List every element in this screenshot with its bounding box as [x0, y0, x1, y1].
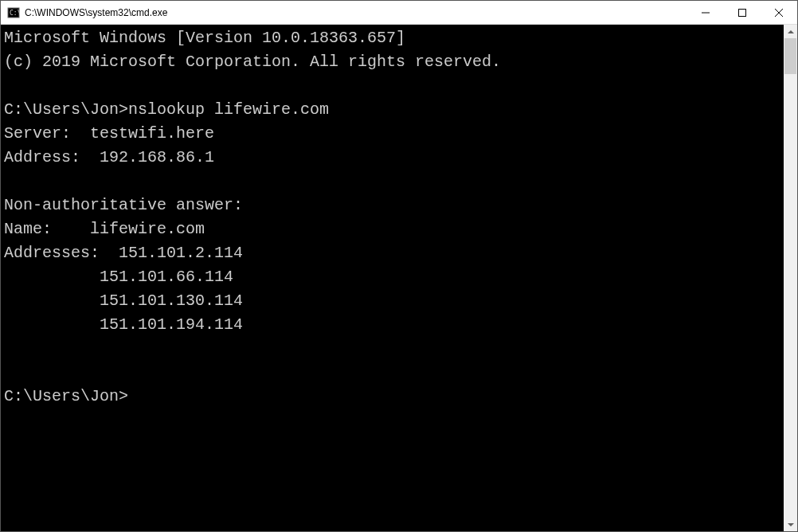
prompt-path: C:\Users\Jon> [4, 100, 128, 119]
address-indent [4, 268, 100, 286]
name-label: Name: [4, 220, 90, 238]
name-value: lifewire.com [90, 220, 205, 238]
address-entry: 151.101.66.114 [100, 268, 233, 286]
vertical-scrollbar[interactable] [784, 25, 797, 531]
server-value: testwifi.here [90, 124, 214, 143]
prompt-path: C:\Users\Jon> [4, 387, 128, 405]
address-value: 192.168.86.1 [100, 148, 214, 166]
minimize-button[interactable] [687, 1, 724, 25]
client-area: Microsoft Windows [Version 10.0.18363.65… [1, 25, 797, 531]
server-label: Server: [4, 124, 90, 143]
nonauth-label: Non-authoritative answer: [4, 196, 243, 214]
svg-text:C:\: C:\ [10, 10, 20, 17]
address-entry: 151.101.130.114 [100, 291, 243, 310]
banner-line: Microsoft Windows [Version 10.0.18363.65… [4, 29, 405, 47]
command-text: nslookup lifewire.com [128, 100, 329, 119]
address-indent [4, 291, 100, 310]
svg-marker-7 [788, 523, 794, 526]
scroll-up-button[interactable] [784, 25, 797, 38]
maximize-button[interactable] [724, 1, 761, 25]
address-label: Address: [4, 148, 100, 166]
address-entry: 151.101.2.114 [119, 244, 243, 262]
banner-line: (c) 2019 Microsoft Corporation. All righ… [4, 53, 501, 71]
address-indent [4, 315, 100, 334]
scroll-down-button[interactable] [784, 518, 797, 531]
cmd-icon: C:\ [7, 6, 20, 19]
terminal-output[interactable]: Microsoft Windows [Version 10.0.18363.65… [1, 25, 784, 531]
svg-rect-3 [739, 9, 746, 16]
window-title: C:\WINDOWS\system32\cmd.exe [25, 7, 167, 18]
scrollbar-thumb[interactable] [784, 38, 796, 74]
addresses-label: Addresses: [4, 244, 119, 262]
close-button[interactable] [761, 1, 797, 25]
svg-marker-6 [788, 30, 794, 33]
titlebar[interactable]: C:\ C:\WINDOWS\system32\cmd.exe [1, 1, 797, 25]
address-entry: 151.101.194.114 [100, 315, 243, 334]
